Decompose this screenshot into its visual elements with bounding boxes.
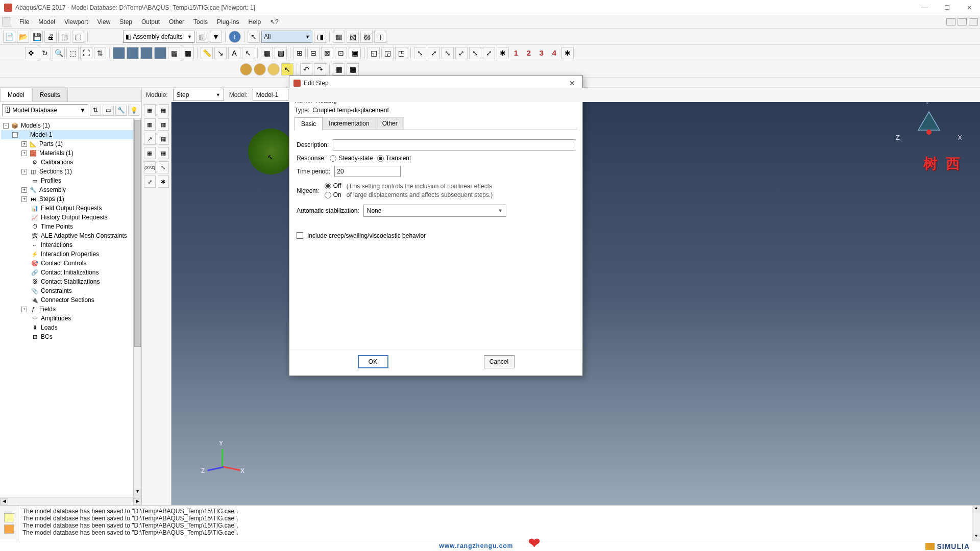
annotate-icon[interactable]: A xyxy=(228,47,240,59)
tree-item[interactable]: 🎯Contact Controls xyxy=(1,259,140,268)
tree-expander-icon[interactable]: + xyxy=(21,151,27,156)
rotate-icon[interactable]: ↻ xyxy=(39,47,51,59)
nlgeom-on-radio[interactable]: On xyxy=(325,191,341,198)
view-3-button[interactable]: 3 xyxy=(536,48,547,57)
view-1-button[interactable]: 1 xyxy=(510,48,522,57)
tb-tool-a[interactable]: ↗ xyxy=(144,133,156,145)
tree-item[interactable]: ⊞BCs xyxy=(1,332,140,341)
misc-icon-2[interactable]: ▦ xyxy=(347,63,359,76)
tree-item[interactable]: ↔Interactions xyxy=(1,240,140,249)
toolbar-icon-e[interactable]: ◨ xyxy=(314,31,326,43)
csys-icon-3[interactable]: ⤡ xyxy=(442,47,454,59)
tb-tool-e[interactable]: ⤢ xyxy=(144,176,156,188)
select-arrow-icon[interactable]: ↖ xyxy=(248,31,260,43)
view-2-button[interactable]: 2 xyxy=(523,48,534,57)
menu-tools[interactable]: Tools xyxy=(189,17,212,27)
cycle-icon[interactable]: ⇅ xyxy=(94,47,106,59)
tree-item[interactable]: ⏱Time Points xyxy=(1,222,140,231)
tab-incrementation[interactable]: Incrementation xyxy=(322,117,376,130)
tree-tool-icon[interactable]: 🔧 xyxy=(115,105,127,116)
tb-tool-b[interactable]: ▦ xyxy=(158,133,169,145)
tree-item[interactable]: 📊Field Output Requests xyxy=(1,204,140,213)
tb-tool-f[interactable]: ✱ xyxy=(158,176,169,188)
autostab-combo[interactable]: None ▼ xyxy=(363,205,506,217)
csys-icon-4[interactable]: ⤢ xyxy=(455,47,468,59)
scroll-left-icon[interactable]: ◀ xyxy=(0,498,8,505)
menu-other[interactable]: Other xyxy=(165,17,188,27)
tab-other[interactable]: Other xyxy=(376,117,404,130)
message-info-icon[interactable] xyxy=(4,513,14,522)
datum-icon-5[interactable]: ▣ xyxy=(349,47,361,59)
redo-icon[interactable]: ↷ xyxy=(314,63,326,76)
scroll-right-icon[interactable]: ▶ xyxy=(133,498,141,505)
toolbar-icon-c[interactable]: ▦ xyxy=(196,31,208,43)
measure-icon[interactable]: 📏 xyxy=(201,47,213,59)
tab-model[interactable]: Model xyxy=(0,88,32,102)
tree-expander-icon[interactable]: + xyxy=(21,196,27,202)
tree-item[interactable]: 📈History Output Requests xyxy=(1,213,140,222)
creep-checkbox[interactable] xyxy=(297,232,303,239)
ok-button[interactable]: OK xyxy=(358,355,388,368)
tree-item[interactable]: +🔧Assembly xyxy=(1,185,140,194)
tree-item[interactable]: +◫Sections (1) xyxy=(1,167,140,176)
toolbar-icon-h[interactable]: ▨ xyxy=(360,31,373,43)
scroll-thumb[interactable] xyxy=(134,120,141,347)
cube-icon-2[interactable]: ◲ xyxy=(381,47,394,59)
select-highlight-icon[interactable]: ↖ xyxy=(281,63,293,76)
tree-item[interactable]: ⬇Loads xyxy=(1,323,140,332)
tb-history-manager[interactable]: ▦ xyxy=(158,118,169,131)
tree-item[interactable]: -Model-1 xyxy=(1,130,140,139)
filter-combo[interactable]: All ▼ xyxy=(261,31,312,43)
datum-icon-3[interactable]: ⊠ xyxy=(321,47,333,59)
menu-view[interactable]: View xyxy=(93,17,115,27)
maximize-button[interactable]: ☐ xyxy=(940,3,953,13)
tree-item[interactable]: ⛓Contact Stabilizations xyxy=(1,277,140,286)
circle-icon-1[interactable] xyxy=(240,63,252,76)
misc-icon-1[interactable]: ▦ xyxy=(333,63,345,76)
menu-help[interactable]: Help xyxy=(244,17,265,27)
query-icon[interactable]: ↘ xyxy=(214,47,227,59)
print-icon[interactable]: 🖨 xyxy=(44,31,57,43)
shade-icon-3[interactable] xyxy=(140,47,153,59)
tree-item[interactable]: ▭Profiles xyxy=(1,176,140,185)
grid-icon-1[interactable]: ▦ xyxy=(261,47,273,59)
minimize-button[interactable]: — xyxy=(918,3,931,13)
model-database-combo[interactable]: 🗄 Model Database ▼ xyxy=(2,104,88,116)
toolbar-icon-a[interactable]: ▦ xyxy=(58,31,70,43)
menu-model[interactable]: Model xyxy=(34,17,59,27)
menu-file[interactable]: File xyxy=(15,17,33,27)
menu-step[interactable]: Step xyxy=(115,17,136,27)
tree-item[interactable]: +⏭Steps (1) xyxy=(1,194,140,204)
grid-icon-2[interactable]: ▤ xyxy=(275,47,287,59)
arrow-icon[interactable]: ↖ xyxy=(242,47,254,59)
wire-icon[interactable]: ▦ xyxy=(168,47,180,59)
scroll-down-icon[interactable]: ▼ xyxy=(134,489,141,497)
tree-item[interactable]: 🔌Connector Sections xyxy=(1,295,140,305)
response-transient-radio[interactable]: Transient xyxy=(377,155,411,162)
toolbar-icon-i[interactable]: ◫ xyxy=(374,31,386,43)
tree-scrollbar[interactable]: ▲ ▼ xyxy=(133,119,141,497)
info-icon[interactable]: i xyxy=(229,31,241,43)
undo-icon[interactable]: ↶ xyxy=(300,63,312,76)
toolbar-icon-f[interactable]: ▦ xyxy=(333,31,345,43)
tree-expander-icon[interactable]: - xyxy=(12,132,18,138)
tree-highlight-icon[interactable]: 💡 xyxy=(128,105,139,116)
tree-expander-icon[interactable]: + xyxy=(21,141,27,147)
model-tree[interactable]: -📦Models (1)-Model-1+📐Parts (1)+🧱Materia… xyxy=(0,119,141,497)
tree-item[interactable]: 📎Constraints xyxy=(1,286,140,295)
tree-item[interactable]: +🧱Materials (1) xyxy=(1,148,140,158)
datum-icon-4[interactable]: ⊡ xyxy=(335,47,347,59)
hidden-icon[interactable]: ▦ xyxy=(182,47,194,59)
tree-item[interactable]: +ƒFields xyxy=(1,305,140,314)
inner-restore-button[interactable] xyxy=(958,18,967,26)
tree-refresh-icon[interactable]: ⇅ xyxy=(90,105,101,116)
tree-item[interactable]: 🔗Contact Initializations xyxy=(1,268,140,277)
menu-plugins[interactable]: Plug-ins xyxy=(213,17,243,27)
scroll-up-icon[interactable]: ▲ xyxy=(972,506,980,513)
dialog-close-button[interactable]: ✕ xyxy=(566,78,578,88)
tb-history-output[interactable]: ▦ xyxy=(144,118,156,131)
fit-icon[interactable]: ⛶ xyxy=(80,47,92,59)
cube-icon-1[interactable]: ◱ xyxy=(368,47,380,59)
csys-iso-icon[interactable]: ✱ xyxy=(561,47,574,59)
datum-icon-1[interactable]: ⊞ xyxy=(293,47,306,59)
